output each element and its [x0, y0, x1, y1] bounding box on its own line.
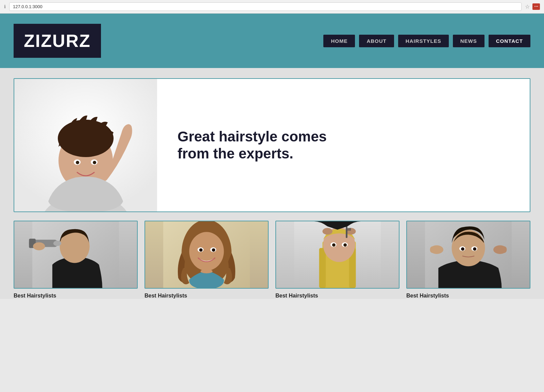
- hero-headline: Great hairstyle comes from the experts.: [177, 128, 341, 163]
- nav-item-about[interactable]: ABOUT: [359, 35, 394, 47]
- svg-rect-44: [430, 246, 440, 253]
- hero-section: Great hairstyle comes from the experts.: [14, 78, 530, 212]
- svg-rect-37: [348, 228, 349, 231]
- card-3-svg: [276, 221, 399, 288]
- svg-point-21: [199, 248, 203, 252]
- nav-item-news[interactable]: NEWS: [453, 35, 485, 47]
- card-label-1: Best Hairstylists: [14, 293, 56, 299]
- card-image-3: [275, 221, 400, 289]
- card-1: Best Hairstylists: [14, 221, 138, 299]
- browser-actions: ☆ ⋯: [525, 3, 540, 10]
- card-4: Best Hairstylists: [406, 221, 530, 299]
- browser-menu-icon[interactable]: ⋯: [532, 3, 540, 10]
- svg-rect-26: [319, 248, 326, 288]
- card-image-4: [406, 221, 530, 289]
- svg-point-42: [452, 230, 485, 267]
- url-bar[interactable]: 127.0.0.1:3000: [9, 2, 522, 11]
- svg-point-32: [343, 243, 347, 247]
- logo-box[interactable]: ZIZURZ: [14, 24, 101, 58]
- svg-point-50: [473, 247, 476, 251]
- card-1-svg: [14, 221, 137, 288]
- site-header: ZIZURZ HOME ABOUT HAIRSTYLES NEWS CONTAC…: [0, 14, 544, 68]
- card-label-2: Best Hairstylists: [144, 293, 187, 299]
- svg-point-18: [189, 232, 224, 271]
- card-4-svg: [407, 221, 530, 288]
- card-label-3: Best Hairstylists: [275, 293, 318, 299]
- card-image-1: [14, 221, 138, 289]
- svg-point-8: [93, 161, 96, 164]
- hero-person-svg: [14, 79, 157, 211]
- card-3: Best Hairstylists: [275, 221, 400, 299]
- hero-image: [14, 79, 157, 211]
- svg-point-49: [461, 247, 464, 251]
- svg-rect-46: [497, 246, 507, 253]
- svg-point-14: [53, 241, 62, 246]
- svg-point-23: [201, 269, 213, 273]
- card-2: Best Hairstylists: [144, 221, 269, 299]
- svg-point-15: [33, 242, 45, 251]
- card-2-svg: [145, 221, 268, 288]
- svg-rect-39: [350, 228, 351, 231]
- card-image-2: [144, 221, 269, 289]
- cards-section: Best Hairstylists: [14, 221, 530, 299]
- svg-point-22: [212, 248, 215, 252]
- nav-item-home[interactable]: HOME: [323, 35, 355, 47]
- url-text: 127.0.0.1:3000: [13, 4, 42, 9]
- info-icon: ℹ: [4, 4, 6, 9]
- svg-point-7: [76, 161, 79, 164]
- svg-point-31: [332, 243, 336, 247]
- nav-item-hairstyles[interactable]: HAIRSTYLES: [398, 35, 449, 47]
- nav-menu: HOME ABOUT HAIRSTYLES NEWS CONTACT: [323, 35, 530, 47]
- svg-rect-36: [347, 228, 348, 231]
- svg-point-33: [322, 228, 332, 235]
- site-wrapper: ZIZURZ HOME ABOUT HAIRSTYLES NEWS CONTAC…: [0, 14, 544, 299]
- hero-text: Great hairstyle comes from the experts.: [157, 115, 530, 176]
- svg-rect-38: [349, 228, 350, 231]
- browser-bar: ℹ 127.0.0.1:3000 ☆ ⋯: [0, 0, 544, 14]
- logo: ZIZURZ: [24, 31, 91, 51]
- card-label-4: Best Hairstylists: [406, 293, 449, 299]
- bookmark-icon[interactable]: ☆: [525, 3, 530, 10]
- nav-item-contact[interactable]: CONTACT: [489, 35, 530, 47]
